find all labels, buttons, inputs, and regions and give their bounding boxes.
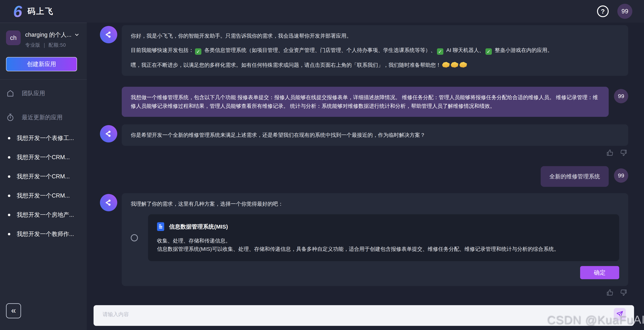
check-emoji: ✓ <box>486 48 492 55</box>
credit-badge[interactable]: 99 <box>617 4 632 19</box>
proposal-intro: 我理解了你的需求，这里有几种方案，选择一个你觉得最好的吧： <box>131 200 619 208</box>
recent-app-item[interactable]: 我想开发一个房地产... <box>6 211 81 219</box>
message-assistant-greeting: 你好，我是小飞飞，你的智能开发助手。只需告诉我你的需求，我会迅速帮你开发并部署应… <box>100 25 628 76</box>
workspace-info: charging 的个人... 专业版 ｜ 配额:50 <box>25 31 81 48</box>
message-assistant-question: 你是希望开发一个全新的维修管理系统来满足上述需求，还是希望我们在现有的系统中找到… <box>100 124 628 157</box>
workspace-profile[interactable]: ch charging 的个人... 专业版 ｜ 配额:50 <box>6 31 81 48</box>
chat-scroll-area[interactable]: 你好，我是小飞飞，你的智能开发助手。只需告诉我你的需求，我会迅速帮你开发并部署应… <box>100 24 628 302</box>
recent-app-label: 我想开发一个CRM... <box>17 192 70 200</box>
bullet-dot <box>8 233 10 235</box>
app-title: 码上飞 <box>28 6 54 17</box>
assistant-avatar-icon <box>100 194 117 211</box>
header-actions: ? 99 <box>597 4 632 19</box>
plan-quota-label: 专业版 ｜ 配额:50 <box>25 42 81 48</box>
recent-app-item[interactable]: 我想开发一个表修工... <box>6 134 81 142</box>
assistant-avatar-icon <box>100 26 117 43</box>
recent-app-item[interactable]: 我想开发一个CRM... <box>6 153 81 161</box>
recent-app-item[interactable]: 我想开发一个CRM... <box>6 173 81 181</box>
sidebar-divider <box>0 79 87 80</box>
option-radio[interactable] <box>131 234 138 241</box>
sidebar-item-recent-apps[interactable]: 最近更新的应用 <box>6 113 81 122</box>
chat-main: 你好，我是小飞飞，你的智能开发助手。只需告诉我你的需求，我会迅速帮你开发并部署应… <box>87 23 644 330</box>
recent-app-label: 我想开发一个CRM... <box>17 153 70 161</box>
recent-app-item[interactable]: 我想开发一个教师作... <box>6 230 81 238</box>
chevron-down-icon[interactable] <box>74 32 80 38</box>
app-root: 6 码上飞 ? 99 ch charging 的个人... 专业版 ｜ 配额:5… <box>0 0 644 330</box>
user-avatar: 99 <box>614 169 628 183</box>
message-paragraph: 目前我能够快速开发包括：✓ 各类信息管理系统（如项目管理、企业资产管理、门店管理… <box>131 46 619 55</box>
bullet-dot <box>8 137 10 139</box>
create-app-button[interactable]: 创建新应用 <box>6 57 77 71</box>
recent-app-label: 我想开发一个表修工... <box>17 134 74 142</box>
user-bubble: 全新的维修管理系统 <box>541 166 609 187</box>
sidebar-item-label: 团队应用 <box>22 89 45 97</box>
feedback-row <box>122 289 628 296</box>
recent-app-item[interactable]: 我想开发一个CRM... <box>6 192 81 200</box>
option-title: 信息数据管理系统(MIS) <box>169 223 228 231</box>
thumbs-down-icon[interactable] <box>620 149 628 157</box>
body-row: ch charging 的个人... 专业版 ｜ 配额:50 创建新应用 团队应… <box>0 23 644 330</box>
thumbs-up-icon[interactable] <box>606 289 614 296</box>
option-card[interactable]: 信息数据管理系统(MIS) 收集、处理、存储和传递信息。 信息数据管理系统(MI… <box>148 214 619 261</box>
check-emoji: ✓ <box>195 48 202 55</box>
document-icon <box>157 222 164 231</box>
top-header: 6 码上飞 ? 99 <box>0 0 644 23</box>
assistant-bubble: 你是希望开发一个全新的维修管理系统来满足上述需求，还是希望我们在现有的系统中找到… <box>122 124 628 146</box>
option-description: 信息数据管理系统(MIS)可以收集、处理、存储和传递信息，具备多种自定义功能，适… <box>157 245 610 253</box>
sidebar: ch charging 的个人... 专业版 ｜ 配额:50 创建新应用 团队应… <box>0 23 87 330</box>
message-paragraph: 我想做一个维修管理系统，包含以下几个功能 报修表单提交：报修人员能够在线提交报修… <box>131 93 600 110</box>
send-button[interactable] <box>614 308 626 320</box>
check-emoji: ✓ <box>437 48 443 55</box>
recent-app-label: 我想开发一个CRM... <box>17 173 70 181</box>
confirm-row: 确定 <box>131 266 619 279</box>
assistant-avatar-icon <box>100 125 117 142</box>
message-paragraph: 嘿，我正在不断进步，以满足您的多样化需求。如有任何特殊需求或问题，请点击页面右上… <box>131 61 619 69</box>
message-user-choice: 全新的维修管理系统 99 <box>100 166 628 187</box>
recent-apps-list: 我想开发一个表修工...我想开发一个CRM...我想开发一个CRM...我想开发… <box>6 134 81 238</box>
thumbs-down-icon[interactable] <box>620 289 628 296</box>
message-paragraph: 你好，我是小飞飞，你的智能开发助手。只需告诉我你的需求，我会迅速帮你开发并部署应… <box>131 32 619 40</box>
bullet-dot <box>8 156 10 158</box>
bullet-dot <box>8 214 10 216</box>
handshake-emoji <box>451 62 458 68</box>
workspace-name: charging 的个人... <box>25 31 72 39</box>
home-icon <box>6 89 15 98</box>
user-avatar: 99 <box>614 89 628 103</box>
option-summary: 收集、处理、存储和传递信息。 <box>157 237 610 245</box>
thumbs-up-icon[interactable] <box>606 149 614 157</box>
recent-app-label: 我想开发一个教师作... <box>17 230 74 238</box>
composer <box>94 305 634 326</box>
recent-app-label: 我想开发一个房地产... <box>17 211 74 219</box>
logo-icon: 6 <box>13 3 22 19</box>
sidebar-collapse-button[interactable]: « <box>6 303 21 318</box>
assistant-bubble: 我理解了你的需求，这里有几种方案，选择一个你觉得最好的吧： 信息数据管理系统(M… <box>122 193 628 286</box>
paper-plane-icon <box>616 310 624 318</box>
user-bubble: 我想做一个维修管理系统，包含以下几个功能 报修表单提交：报修人员能够在线提交报修… <box>122 87 609 117</box>
clock-icon <box>6 113 15 122</box>
bullet-dot <box>8 195 10 197</box>
workspace-avatar: ch <box>6 31 21 45</box>
confirm-button[interactable]: 确定 <box>580 266 619 279</box>
assistant-bubble: 你好，我是小飞飞，你的智能开发助手。只需告诉我你的需求，我会迅速帮你开发并部署应… <box>122 25 628 76</box>
message-user-requirements: 我想做一个维修管理系统，包含以下几个功能 报修表单提交：报修人员能够在线提交报修… <box>100 87 628 117</box>
message-paragraph: 你是希望开发一个全新的维修管理系统来满足上述需求，还是希望我们在现有的系统中找到… <box>131 131 619 139</box>
message-input[interactable] <box>94 305 634 326</box>
feedback-row <box>122 149 628 157</box>
handshake-emoji <box>442 62 450 68</box>
help-icon[interactable]: ? <box>597 6 609 17</box>
handshake-emoji <box>460 62 467 68</box>
app-logo: 6 码上飞 <box>13 3 54 19</box>
sidebar-item-team-apps[interactable]: 团队应用 <box>6 89 81 98</box>
bullet-dot <box>8 175 10 178</box>
sidebar-item-label: 最近更新的应用 <box>22 113 62 121</box>
message-assistant-proposal: 我理解了你的需求，这里有几种方案，选择一个你觉得最好的吧： 信息数据管理系统(M… <box>100 193 628 296</box>
option-row: 信息数据管理系统(MIS) 收集、处理、存储和传递信息。 信息数据管理系统(MI… <box>131 214 619 261</box>
